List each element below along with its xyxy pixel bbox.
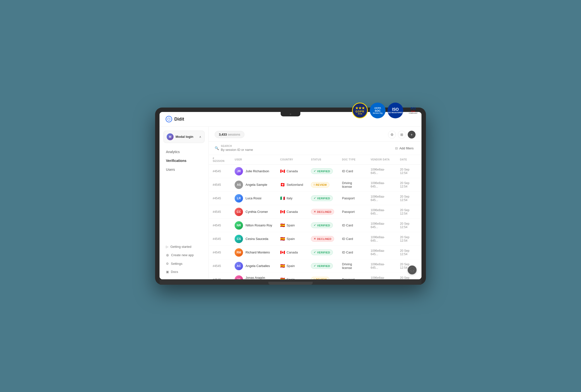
- camera: [290, 113, 291, 115]
- col-status: STATUS: [307, 155, 338, 165]
- table-row[interactable]: #4545 CC Cynthia Cromer 🇨🇦 Canada ✕ DECL…: [209, 205, 422, 219]
- cell-doc-type: ID Card: [338, 219, 366, 232]
- country-flag: 🇪🇸: [280, 237, 285, 241]
- aicpa-badge: AICPA SOC Service Org: [370, 103, 386, 118]
- table-row[interactable]: #4545 CS Cesira Sauceda 🇪🇸 Spain ✕ DECLI…: [209, 232, 422, 246]
- sessions-label: sessions: [228, 133, 240, 136]
- cell-status: ! REVIEW: [307, 178, 338, 191]
- grid-action-btn[interactable]: ⊞: [398, 131, 406, 139]
- status-badge: ✓ VERIFIED: [311, 195, 332, 201]
- cell-status: ✓ VERIFIED: [307, 246, 338, 259]
- cell-vendor-data: 1096e8aa-645...: [367, 273, 396, 279]
- user-avatar: AC: [234, 262, 243, 270]
- cell-country: 🇮🇹 Italy: [276, 191, 307, 205]
- nav-analytics[interactable]: Analytics: [164, 148, 204, 156]
- laptop-stand: [268, 282, 313, 285]
- add-filters-btn[interactable]: ⊟ Add filters: [393, 145, 416, 151]
- notch: [281, 112, 300, 116]
- cell-vendor-data: 1096e8aa-645...: [367, 178, 396, 191]
- cell-session: #4545: [209, 191, 231, 205]
- country-name: Italy: [286, 196, 292, 200]
- nav-users[interactable]: Users: [164, 166, 204, 173]
- status-badge: ✓ VERIFIED: [311, 263, 332, 269]
- cell-status: ✕ DECLINED: [307, 232, 338, 246]
- status-badge: ! REVIEW: [311, 182, 330, 188]
- search-labels: SEARCH: [221, 145, 270, 152]
- cell-country: 🇨🇦 Canada: [276, 205, 307, 219]
- table-row[interactable]: #4545 RM Richard Monteiro 🇨🇦 Canada ✓ VE…: [209, 246, 422, 259]
- table-row[interactable]: #4545 NR Nilton Rosario Roy 🇪🇸 Spain ✓ V…: [209, 219, 422, 232]
- status-icon: ✓: [314, 170, 316, 173]
- cell-user: RM Richard Monteiro: [231, 246, 276, 259]
- table-row[interactable]: #4545 AC Angela Carballes 🇪🇸 Spain ✓ VER…: [209, 259, 422, 273]
- content-header: 3,433 sessions ⚙ ⊞ +: [209, 127, 422, 142]
- search-input[interactable]: [221, 148, 270, 152]
- cell-doc-type: ID Card: [338, 232, 366, 246]
- country-flag: 🇨🇦: [280, 209, 285, 214]
- app-selector[interactable]: M Modal login ∧: [164, 131, 204, 143]
- svg-point-1: [168, 118, 170, 120]
- col-country: COUNTRY: [276, 155, 307, 165]
- app-avatar: M: [167, 133, 174, 140]
- cell-user: CC Cynthia Cromer: [231, 205, 276, 219]
- cell-user: NR Nilton Rosario Roy: [231, 219, 276, 232]
- cell-session: #4545: [209, 164, 231, 178]
- cell-country: 🇨🇭 Switzerland: [276, 178, 307, 191]
- table-row[interactable]: #4545 JR Julie Richardson 🇨🇦 Canada ✓ VE…: [209, 164, 422, 178]
- create-app-icon: ⊕: [166, 253, 169, 257]
- headset-icon: 🎧: [410, 268, 414, 272]
- status-badge: ! REVIEW: [311, 277, 330, 279]
- nav-verifications[interactable]: Verifications: [164, 157, 204, 165]
- country-name: Spain: [286, 237, 295, 241]
- sidebar-item-settings[interactable]: ⚙ Settings: [164, 260, 204, 267]
- gear-icon: ⚙: [390, 133, 394, 137]
- cell-session: #4545: [209, 205, 231, 219]
- laptop-shell: ★★★ GDPR ★★★ AICPA SOC Service Org ISO I…: [155, 107, 426, 285]
- sessions-count: 3,433: [219, 133, 227, 136]
- user-avatar: NR: [234, 221, 243, 230]
- nav-users-label: Users: [166, 168, 175, 171]
- cell-session: #4545: [209, 232, 231, 246]
- status-badge: ✕ DECLINED: [311, 209, 334, 215]
- cell-date: 20 Sep 12:54: [396, 232, 422, 246]
- table-header-row: # SESSION USER COUNTRY STATUS DOC TYPE V…: [209, 155, 422, 165]
- floating-action-button[interactable]: 🎧: [408, 266, 416, 274]
- country-flag: 🇮🇹: [280, 196, 285, 201]
- user-avatar: JR: [234, 167, 243, 175]
- col-vendor-data: VENDOR DATA: [367, 155, 396, 165]
- nav-analytics-label: Analytics: [166, 150, 180, 154]
- cell-date: 20 Sep 12:54: [396, 164, 422, 178]
- cell-vendor-data: 1096e8aa-645...: [367, 232, 396, 246]
- cell-vendor-data: 1096e8aa-645...: [367, 219, 396, 232]
- user-name: Jonas Aragón Ruiz: [246, 276, 272, 279]
- add-action-btn[interactable]: +: [408, 131, 416, 139]
- cell-country: 🇨🇦 Canada: [276, 164, 307, 178]
- cell-doc-type: Passport: [338, 205, 366, 219]
- cell-user: JA Jonas Aragón Ruiz: [231, 273, 276, 279]
- cell-vendor-data: 1096e8aa-645...: [367, 246, 396, 259]
- settings-action-btn[interactable]: ⚙: [388, 131, 396, 139]
- create-app-label: Create new app: [171, 253, 194, 257]
- sidebar-item-docs[interactable]: ▣ Docs: [164, 268, 204, 275]
- country-name: Spain: [286, 278, 295, 279]
- country-flag: 🇪🇸: [280, 223, 285, 228]
- status-badge: ✕ DECLINED: [311, 236, 334, 242]
- filter-icon: ⊟: [395, 146, 398, 150]
- user-name: Cynthia Cromer: [246, 210, 268, 214]
- table-row[interactable]: #4545 JA Jonas Aragón Ruiz 🇪🇸 Spain ! RE…: [209, 273, 422, 279]
- user-name: Angela Carballes: [246, 264, 270, 268]
- cell-user: CS Cesira Sauceda: [231, 232, 276, 246]
- status-badge: ✓ VERIFIED: [311, 250, 332, 255]
- sidebar-item-create-app[interactable]: ⊕ Create new app: [164, 251, 204, 259]
- search-icon: 🔍: [215, 146, 219, 150]
- table-row[interactable]: #4545 LR Luca Rossi 🇮🇹 Italy ✓ VERIFIED: [209, 191, 422, 205]
- user-avatar: JA: [234, 275, 243, 279]
- status-icon: !: [314, 278, 315, 279]
- table-container: # SESSION USER COUNTRY STATUS DOC TYPE V…: [209, 155, 422, 279]
- country-name: Canada: [286, 251, 298, 254]
- cell-doc-type: Driving license: [338, 259, 366, 273]
- status-badge: ✓ VERIFIED: [311, 168, 332, 174]
- table-row[interactable]: #4545 AS Angela Sample 🇨🇭 Switzerland ! …: [209, 178, 422, 191]
- sidebar-item-getting-started[interactable]: ▷ Getting started: [164, 243, 204, 250]
- col-user: USER: [231, 155, 276, 165]
